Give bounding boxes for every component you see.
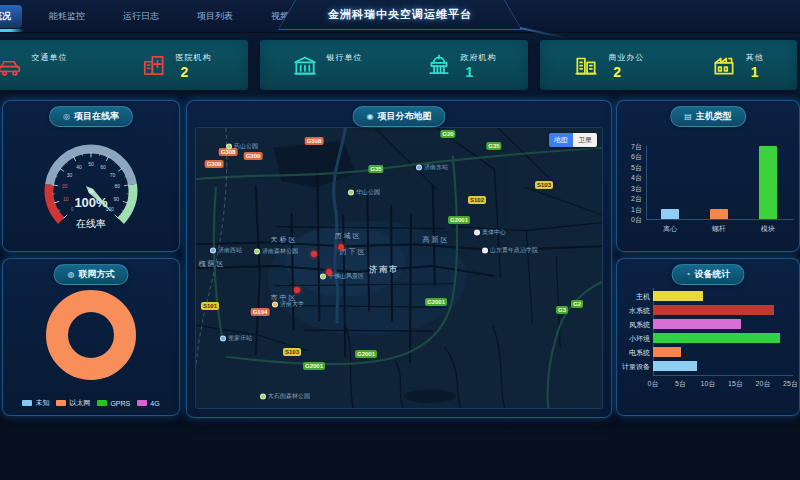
stats-card: 商业办公2其他1 bbox=[540, 40, 797, 90]
y-tick-label: 1台 bbox=[620, 205, 642, 215]
page-title: 金洲科瑞中央空调运维平台 bbox=[328, 7, 472, 22]
stat-texts: 商业办公2 bbox=[608, 52, 644, 79]
stats-cards: 交通单位医院机构2银行单位政府机构1商业办公2其他1 bbox=[0, 40, 800, 90]
x-tick-label: 10台 bbox=[701, 379, 716, 389]
poi-name: 千佛山风景区 bbox=[328, 272, 364, 281]
road-shield-S103: S103 bbox=[535, 181, 553, 189]
poi-dot bbox=[474, 229, 480, 235]
poi-label: 济南森林公园 bbox=[254, 247, 298, 256]
legend-swatch bbox=[56, 400, 66, 406]
bar-计量设备 bbox=[653, 361, 697, 371]
road-shield-G2001: G2001 bbox=[355, 350, 377, 358]
x-tick-label: 0台 bbox=[648, 379, 659, 389]
legend-item-未知[interactable]: 未知 bbox=[22, 398, 49, 408]
map-canvas[interactable]: G308G308G309G309G104G35G35G20G2001G2001G… bbox=[195, 127, 603, 409]
bar-风系统 bbox=[653, 319, 741, 329]
online-rate-gauge: 0102030405060708090100100%在线率 bbox=[3, 125, 179, 249]
project-marker[interactable] bbox=[326, 269, 332, 275]
tab-projects[interactable]: 项目列表 bbox=[186, 5, 244, 28]
poi-name: 奥体中心 bbox=[482, 228, 506, 237]
panel-host-type: ▤ 主机类型 0台1台2台3台4台5台6台7台离心螺杆模块 bbox=[616, 100, 800, 252]
legend-item-以太网[interactable]: 以太网 bbox=[56, 398, 90, 408]
stats-card: 交通单位医院机构2 bbox=[0, 40, 248, 90]
project-marker[interactable] bbox=[311, 251, 317, 257]
main-area: ◎ 项目在线率 0102030405060708090100100%在线率 ◍ … bbox=[0, 96, 800, 480]
tab-overview[interactable]: 概况 bbox=[0, 5, 22, 28]
stat-label: 交通单位 bbox=[32, 52, 68, 63]
panel-title: 联网方式 bbox=[78, 268, 114, 281]
legend-label: 以太网 bbox=[69, 398, 90, 408]
stat-item: 政府机构1 bbox=[426, 52, 497, 79]
project-marker[interactable] bbox=[338, 244, 344, 250]
road-shield-G35: G35 bbox=[486, 142, 501, 150]
location-icon: ◉ bbox=[367, 112, 374, 121]
stats-card: 银行单位政府机构1 bbox=[260, 40, 528, 90]
stat-label: 其他 bbox=[746, 52, 764, 63]
panel-host-type-header: ▤ 主机类型 bbox=[670, 106, 746, 127]
y-tick-label: 7台 bbox=[620, 142, 642, 152]
bank-icon bbox=[292, 52, 318, 78]
map-type-satellite-button[interactable]: 卫星 bbox=[573, 133, 597, 147]
stat-value: 2 bbox=[613, 65, 644, 79]
bar-模块 bbox=[759, 146, 777, 220]
map-type-map-button[interactable]: 地图 bbox=[549, 133, 573, 147]
bar-螺杆 bbox=[710, 209, 728, 220]
project-marker[interactable] bbox=[294, 287, 300, 293]
poi-dot bbox=[254, 248, 260, 254]
road-shield-S102: S102 bbox=[468, 196, 486, 204]
government-icon bbox=[426, 52, 452, 78]
link-icon: ◎ bbox=[63, 112, 70, 121]
y-tick-label: 4台 bbox=[620, 173, 642, 183]
bar-label-计量设备: 计量设备 bbox=[620, 362, 650, 372]
tab-energy[interactable]: 能耗监控 bbox=[38, 5, 96, 28]
legend-swatch bbox=[22, 400, 32, 406]
panel-title: 项目分布地图 bbox=[377, 110, 431, 123]
svg-text:40: 40 bbox=[76, 164, 82, 170]
bar-label-小环境: 小环境 bbox=[620, 334, 650, 344]
road-shield-G2001: G2001 bbox=[425, 298, 447, 306]
poi-name: 山东青年政治学院 bbox=[490, 246, 538, 255]
x-axis bbox=[653, 375, 793, 376]
stat-label: 医院机构 bbox=[176, 52, 212, 63]
poi-label: 华山公园 bbox=[348, 188, 380, 197]
poi-dot bbox=[416, 164, 422, 170]
stat-value: 1 bbox=[466, 65, 497, 79]
legend-item-4G[interactable]: 4G bbox=[137, 398, 159, 408]
stat-label: 银行单位 bbox=[327, 52, 363, 63]
panel-map-header: ◉ 项目分布地图 bbox=[353, 106, 446, 127]
network-donut-chart bbox=[45, 289, 137, 381]
x-tick-label: 5台 bbox=[675, 379, 686, 389]
poi-dot bbox=[272, 301, 278, 307]
bar-电系统 bbox=[653, 347, 681, 357]
road-shield-G3: G3 bbox=[556, 306, 568, 314]
poi-label: 药山公园 bbox=[226, 142, 258, 151]
road-shield-S101: S101 bbox=[201, 302, 219, 310]
svg-text:60: 60 bbox=[100, 164, 106, 170]
map-type-toggle: 地图卫星 bbox=[549, 133, 597, 147]
road-shield-S103: S103 bbox=[283, 348, 301, 356]
stats-icon: ◔ bbox=[686, 270, 691, 279]
top-nav: 概况能耗监控运行日志项目列表视频监控 金洲科瑞中央空调运维平台 bbox=[0, 0, 800, 33]
road-shield-G2001: G2001 bbox=[448, 216, 470, 224]
poi-name: 华山公园 bbox=[356, 188, 380, 197]
car-icon bbox=[0, 52, 23, 78]
poi-label: 大石崮森林公园 bbox=[260, 392, 310, 401]
stat-texts: 医院机构2 bbox=[176, 52, 212, 79]
stat-value: 2 bbox=[181, 65, 212, 79]
map-overlay: G308G308G309G309G104G35G35G20G2001G2001G… bbox=[196, 128, 602, 408]
district-label: 天桥区 bbox=[271, 235, 298, 245]
tab-logs[interactable]: 运行日志 bbox=[112, 5, 170, 28]
poi-label: 济南大学 bbox=[272, 300, 304, 309]
device-stats-chart: 主机水系统风系统小环境电系统计量设备0台5台10台15台20台25台 bbox=[620, 283, 796, 413]
x-tick-label: 20台 bbox=[756, 379, 771, 389]
panel-device-stats: ◔ 设备统计 主机水系统风系统小环境电系统计量设备0台5台10台15台20台25… bbox=[616, 258, 800, 416]
poi-label: 奥体中心 bbox=[474, 228, 506, 237]
y-tick-label: 3台 bbox=[620, 184, 642, 194]
poi-label: 济南西站 bbox=[210, 246, 242, 255]
stat-item: 其他1 bbox=[711, 52, 764, 79]
road-shield-G308: G308 bbox=[305, 137, 324, 145]
legend-item-GPRS[interactable]: GPRS bbox=[97, 398, 130, 408]
poi-dot bbox=[320, 273, 326, 279]
host-icon: ▤ bbox=[684, 112, 692, 121]
stat-texts: 银行单位 bbox=[327, 52, 363, 79]
